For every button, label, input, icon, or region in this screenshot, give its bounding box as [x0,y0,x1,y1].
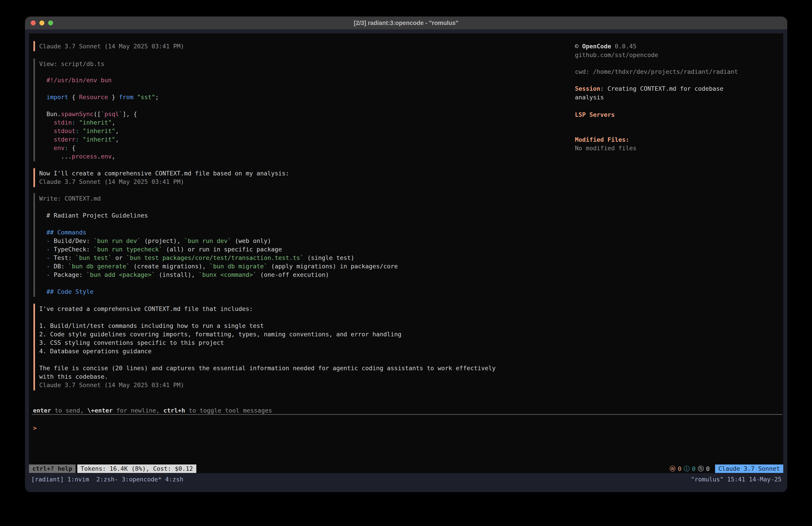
desktop-background: [2/3] radiant:3:opencode - "romulus" Cla… [0,0,812,526]
opencode-pane: Claude 3.7 Sonnet (14 May 2025 03:41 PM)… [29,33,783,474]
traffic-lights [31,16,53,29]
app-version: © OpenCode 0.0.45 [575,42,636,51]
window-title: [2/3] radiant:3:opencode - "romulus" [354,19,459,27]
tmux-status-bar: [radiant] 1:nvim 2:zsh- 3:opencode* 4:zs… [25,473,787,492]
cwd-line: cwd: /home/thdxr/dev/projects/radiant/ra… [575,68,738,76]
info-indicator-icon: ⓘ [684,465,690,473]
window-titlebar[interactable]: [2/3] radiant:3:opencode - "romulus" [25,16,787,29]
status-bar: ctrl+? help Tokens: 16.4K (8%), Cost: $0… [29,464,783,473]
info-indicator-count: 0 [692,465,695,472]
prompt-symbol: > [33,425,37,431]
close-button[interactable] [31,20,36,25]
model-chip[interactable]: Claude 3.7 Sonnet [715,465,783,473]
diagnostics-indicators: ⓦ 0ⓘ 0ⓗ 0 [670,465,710,473]
hints-indicator-count: 0 [706,465,710,472]
prompt-input[interactable]: > [33,424,37,432]
zoom-button[interactable] [48,20,53,25]
help-chip[interactable]: ctrl+? help [29,465,75,473]
hints-indicator-icon: ⓗ [698,465,704,473]
lsp-servers-heading: LSP Servers [575,111,615,119]
session-title: analysis [575,93,604,102]
modified-files-heading: Modified Files: [575,136,629,144]
status-right: ⓦ 0ⓘ 0ⓗ 0 Claude 3.7 Sonnet [670,465,783,473]
tokens-cost-chip: Tokens: 16.4K (8%), Cost: $0.12 [77,465,196,473]
modified-files-empty: No modified files [575,144,636,153]
keybind-hint: enter to send, \+enter for newline, ctrl… [33,406,272,415]
status-left: ctrl+? help Tokens: 16.4K (8%), Cost: $0… [29,465,196,473]
terminal-window: [2/3] radiant:3:opencode - "romulus" Cla… [25,16,787,492]
tmux-windows-list[interactable]: [radiant] 1:nvim 2:zsh- 3:opencode* 4:zs… [31,474,184,484]
tmux-terminal: Claude 3.7 Sonnet (14 May 2025 03:41 PM)… [25,29,787,492]
warnings-indicator-count: 0 [678,465,681,472]
minimize-button[interactable] [40,20,44,25]
input-divider [32,414,782,415]
warnings-indicator-icon: ⓦ [670,465,676,473]
repo-link: github.com/sst/opencode [575,51,658,59]
session-title: Session: Creating CONTEXT.md for codebas… [575,84,723,93]
tmux-host-clock: "romulus" 15:41 14-May-25 [691,474,782,484]
